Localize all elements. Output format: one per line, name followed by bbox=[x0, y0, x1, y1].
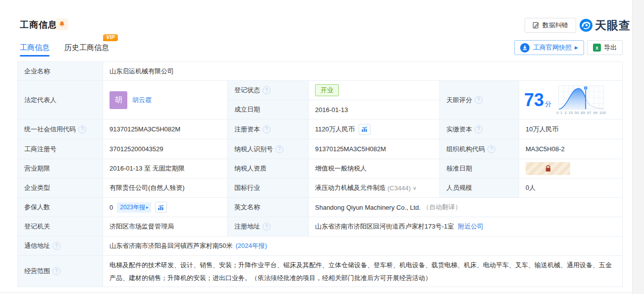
field-label-company-name: 企业名称 bbox=[18, 62, 103, 81]
field-label-insured: 参保人数 bbox=[18, 198, 103, 217]
lock-icon bbox=[545, 165, 551, 172]
divider bbox=[0, 293, 633, 293]
locked-value[interactable] bbox=[526, 162, 570, 175]
status-badge: 开业 bbox=[315, 84, 339, 96]
label-text: 纳税人资质 bbox=[234, 164, 267, 173]
field-label-approval-date: 核准日期 bbox=[440, 159, 519, 178]
tab-business-info[interactable]: 工商信息 bbox=[20, 43, 50, 53]
field-value-paid-capital: 10万人民币 bbox=[519, 119, 622, 139]
official-snapshot-button[interactable]: 工商官网快照 ▶ bbox=[514, 40, 584, 55]
label-text: 实缴资本 bbox=[446, 125, 472, 134]
field-label-reg-number: 工商注册号 bbox=[18, 139, 103, 159]
label-text: 英文名称 bbox=[234, 203, 260, 212]
label-text: 统一社会信用代码 bbox=[24, 125, 76, 134]
field-label-mail-address: 通信地址? bbox=[18, 236, 103, 256]
excel-icon: x bbox=[593, 44, 601, 52]
subscribe-bell-button[interactable] bbox=[56, 18, 68, 30]
field-value-mail-address: 山东省济南市济阳县回河镇西芦家村南50米 (2024年报) bbox=[103, 236, 622, 256]
field-label-industry: 国标行业 bbox=[228, 178, 309, 198]
field-value-approval-date bbox=[519, 159, 622, 178]
page-title: 工商信息 bbox=[20, 19, 57, 31]
field-label-score: 天眼评分? bbox=[440, 81, 519, 119]
tab-label: 历史工商信息 bbox=[64, 43, 109, 52]
tianyancha-logo-icon bbox=[579, 18, 593, 32]
label-text: 人员规模 bbox=[446, 183, 472, 192]
field-value-company-name: 山东启运机械有限公司 bbox=[103, 62, 622, 81]
field-label-est-date: 成立日期 bbox=[228, 100, 309, 119]
field-value-english-name: Shandong Qiyun Machinery Co., Ltd. （自动翻译… bbox=[309, 198, 622, 217]
avatar[interactable]: 胡 bbox=[109, 91, 127, 109]
field-value-reg-status: 开业 bbox=[309, 81, 440, 100]
play-arrow-icon: ▶ bbox=[575, 45, 578, 50]
label-text: 法定代表人 bbox=[24, 96, 56, 105]
label-text: 天眼评分 bbox=[446, 96, 472, 105]
field-label-english-name: 英文名称 bbox=[228, 198, 309, 217]
field-value-org-code: MA3C5H08-2 bbox=[519, 139, 622, 159]
auto-translate-note: （自动翻译） bbox=[423, 203, 461, 212]
label-text: 企业名称 bbox=[24, 67, 50, 76]
field-label-reg-address: 注册地址? bbox=[228, 217, 309, 236]
field-label-taxpayer-id: 纳税人识别号? bbox=[228, 139, 309, 159]
company-name: 山东启运机械有限公司 bbox=[109, 67, 174, 76]
label-text: 登记机关 bbox=[24, 222, 50, 231]
help-icon[interactable]: ? bbox=[487, 145, 495, 153]
field-value-reg-capital: 1120万人民币 bbox=[309, 119, 440, 139]
label-text: 组织机构代码 bbox=[446, 145, 485, 154]
tianyancha-logo[interactable]: 天眼查 bbox=[579, 17, 631, 33]
insured-trend-icon[interactable] bbox=[155, 202, 167, 213]
nearby-companies-link[interactable]: 附近公司 bbox=[458, 222, 483, 231]
scrollbar-track[interactable] bbox=[632, 0, 644, 294]
label-text: 注册地址 bbox=[234, 222, 260, 231]
label-text: 工商注册号 bbox=[24, 145, 56, 154]
label-text: 经营范围 bbox=[24, 267, 50, 276]
label-text: 核准日期 bbox=[446, 164, 472, 173]
field-value-business-scope: 电梯及配件的技术研发、设计、销售、安装；升降作业平台、锯床及其配件、立体仓储设备… bbox=[103, 256, 622, 287]
help-icon[interactable]: ? bbox=[263, 86, 270, 94]
stamp-icon bbox=[520, 43, 530, 53]
business-info-panel: 工商信息 数据纠错 天眼查 工商信息 历史工商信息 VIP 工商官网快照 ▶ x… bbox=[0, 0, 644, 294]
label-text: 成立日期 bbox=[234, 105, 260, 114]
export-label: 导出 bbox=[604, 43, 617, 52]
field-label-staff-size: 人员规模 bbox=[440, 178, 519, 198]
field-value-industry: 液压动力机械及元件制造 (C3444) ∨ bbox=[309, 178, 440, 198]
small-arrow-icon: ▸ bbox=[146, 205, 149, 210]
label-text: 营业期限 bbox=[24, 164, 50, 173]
field-label-reg-authority: 登记机关 bbox=[18, 217, 103, 236]
help-icon[interactable]: ? bbox=[53, 267, 60, 275]
field-label-paid-capital: 实缴资本? bbox=[440, 119, 519, 139]
help-icon[interactable]: ? bbox=[53, 242, 60, 250]
field-label-business-term: 营业期限 bbox=[18, 159, 103, 178]
field-value-reg-number: 370125200043529 bbox=[103, 139, 228, 159]
tab-history-business-info[interactable]: 历史工商信息 VIP bbox=[64, 43, 109, 53]
snapshot-label: 工商官网快照 bbox=[533, 43, 572, 52]
logo-text: 天眼查 bbox=[595, 18, 631, 33]
annual-report-link[interactable]: (2024年报) bbox=[235, 241, 267, 250]
export-button[interactable]: x 导出 bbox=[587, 40, 623, 55]
field-value-score[interactable]: 73分 bbox=[519, 81, 622, 119]
help-icon[interactable]: ? bbox=[78, 125, 86, 133]
help-icon[interactable]: ? bbox=[263, 125, 270, 133]
score-distribution-chart: 0131550859799100 bbox=[556, 85, 606, 115]
help-icon[interactable]: ? bbox=[475, 96, 483, 104]
label-text: 登记状态 bbox=[234, 86, 260, 95]
bell-icon bbox=[58, 21, 65, 28]
field-label-credit-code: 统一社会信用代码? bbox=[18, 119, 103, 139]
field-label-legal-rep: 法定代表人 bbox=[18, 81, 103, 119]
label-text: 注册资本 bbox=[234, 125, 260, 134]
field-value-company-type: 有限责任公司(自然人独资) bbox=[103, 178, 228, 198]
field-value-taxpayer-id: 91370125MA3C5H082M bbox=[309, 139, 440, 159]
tab-label: 工商信息 bbox=[20, 43, 50, 52]
field-label-reg-capital: 注册资本? bbox=[228, 119, 309, 139]
field-value-credit-code: 91370125MA3C5H082M bbox=[103, 119, 228, 139]
edit-doc-icon bbox=[533, 22, 539, 29]
annual-report-badge[interactable]: 2023年报▸ bbox=[117, 202, 151, 213]
capital-trend-icon[interactable] bbox=[359, 124, 371, 135]
chevron-down-icon[interactable]: ∨ bbox=[413, 185, 417, 191]
business-info-table: 企业名称 山东启运机械有限公司 法定代表人 胡 胡云霞 登记状态? 开业 成立日… bbox=[17, 61, 623, 287]
help-icon[interactable]: ? bbox=[275, 145, 283, 153]
help-icon[interactable]: ? bbox=[263, 223, 270, 231]
field-value-insured: 0 2023年报▸ bbox=[103, 198, 228, 217]
legal-rep-link[interactable]: 胡云霞 bbox=[132, 96, 152, 105]
data-correction-button[interactable]: 数据纠错 bbox=[525, 18, 576, 33]
help-icon[interactable]: ? bbox=[475, 125, 483, 133]
